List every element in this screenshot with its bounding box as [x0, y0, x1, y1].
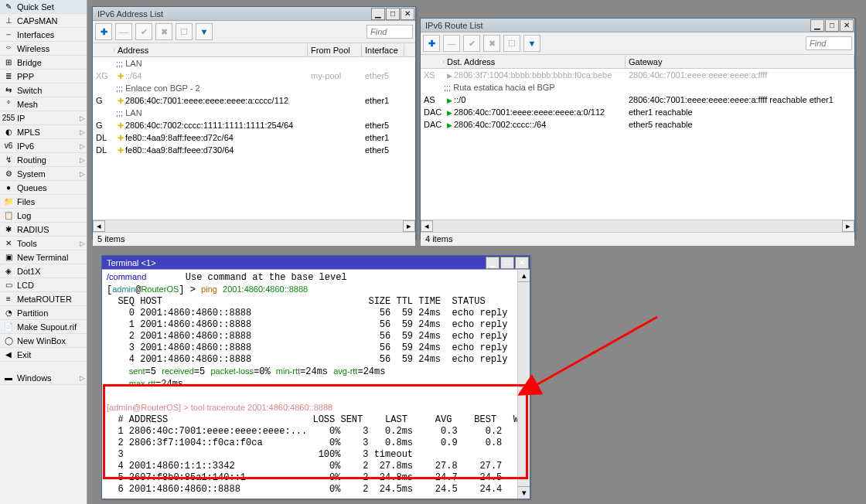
address-row[interactable]: G✚2806:40c:7001:eeee:eeee:eeee:a:cccc/11…	[93, 94, 415, 107]
route-row[interactable]: XS▶2806:3f7:1004:bbbb:bbbb:bbbb:f0ca:beb…	[421, 69, 854, 81]
minimize-button[interactable]: ▁	[810, 19, 824, 32]
col-address[interactable]: Address	[114, 44, 308, 56]
sidebar-label: Quick Set	[17, 2, 54, 12]
menu-icon: ◀	[3, 349, 14, 360]
sidebar-item-new-terminal[interactable]: ▣New Terminal	[0, 250, 87, 264]
sidebar-item-dot1x[interactable]: ◈Dot1X	[0, 264, 87, 278]
maximize-button[interactable]: □	[386, 8, 400, 20]
sidebar-item-exit[interactable]: ◀Exit	[0, 348, 87, 362]
sidebar-item-lcd[interactable]: ▭LCD	[0, 278, 87, 292]
sidebar-label: Log	[17, 211, 31, 220]
maximize-button[interactable]: □	[500, 257, 514, 269]
sidebar-item-tools[interactable]: ✕Tools▷	[0, 237, 87, 250]
sidebar-item-mpls[interactable]: ◐MPLS▷	[0, 125, 87, 139]
close-button[interactable]: ✕	[840, 19, 854, 32]
h-scrollbar[interactable]: ◂ ▸	[93, 220, 415, 232]
menu-icon: ◔	[3, 308, 14, 318]
enable-button[interactable]: ✔	[463, 35, 480, 52]
col-gw[interactable]: Gateway	[626, 56, 854, 68]
address-row[interactable]: XG✚::/64my-poolether5	[93, 70, 415, 82]
sidebar-item-queues[interactable]: ●Queues	[0, 181, 87, 195]
disable-button[interactable]: ✖	[483, 35, 500, 52]
sidebar-item-routing[interactable]: ↯Routing▷	[0, 153, 87, 167]
sidebar-item-files[interactable]: 📁Files	[0, 195, 87, 209]
address-row[interactable]: DL✚fe80::4aa9:8aff:feee:d730/64ether5	[93, 144, 415, 156]
menu-icon: ↯	[3, 155, 14, 165]
sidebar-item-make-supout.rif[interactable]: 📄Make Supout.rif	[0, 320, 87, 334]
sidebar-label: System	[17, 169, 46, 179]
menu-icon: ▭	[3, 280, 14, 291]
menu-icon: ≣	[3, 71, 14, 82]
enable-button[interactable]: ✔	[135, 23, 152, 40]
close-button[interactable]: ✕	[401, 8, 414, 20]
statusbar: 5 items	[93, 232, 415, 246]
route-row[interactable]: DAC▶2806:40c:7002:cccc::/64ether5 reacha…	[421, 118, 854, 131]
sidebar-item-metarouter[interactable]: ≡MetaROUTER	[0, 292, 87, 306]
address-row[interactable]: G✚2806:40c:7002:cccc:1111:1111:1111:254/…	[93, 119, 415, 131]
sidebar-item-interfaces[interactable]: ⎓Interfaces	[0, 28, 87, 42]
titlebar[interactable]: IPv6 Route List ▁ □ ✕	[421, 19, 854, 32]
filter-button[interactable]: ▼	[523, 35, 540, 52]
sidebar-item-bridge[interactable]: ⊞Bridge	[0, 56, 87, 70]
sidebar-item-wireless[interactable]: ⌔Wireless	[0, 42, 87, 56]
minimize-button[interactable]: ▁	[486, 257, 499, 269]
comment-row: ;;; LAN	[93, 57, 415, 70]
sidebar-item-ppp[interactable]: ≣PPP	[0, 70, 87, 83]
address-table-body: ;;; LANXG✚::/64my-poolether5;;; Enlace c…	[93, 57, 415, 220]
remove-button[interactable]: —	[443, 35, 460, 52]
col-pool[interactable]: From Pool	[308, 44, 362, 56]
h-scrollbar[interactable]: ◂ ▸	[421, 220, 854, 232]
sidebar-item-new-winbox[interactable]: ◯New WinBox	[0, 334, 87, 348]
menu-icon: ◯	[3, 335, 14, 346]
sidebar-item-ip[interactable]: 255IP▷	[0, 111, 87, 125]
arrow-annotation	[518, 309, 673, 402]
disable-button[interactable]: ✖	[155, 23, 172, 40]
sidebar-item-mesh[interactable]: °Mesh	[0, 97, 87, 111]
route-row[interactable]: AS▶::/02806:40c:7001:eeee:eeee:eeee:a:ff…	[421, 94, 854, 106]
sidebar-windows[interactable]: ▬ Windows ▷	[0, 371, 87, 385]
comment-button[interactable]: ☐	[176, 23, 193, 40]
sidebar-item-log[interactable]: 📋Log	[0, 209, 87, 223]
route-row[interactable]: DAC▶2806:40c:7001:eeee:eeee:eeee:a:0/112…	[421, 106, 854, 118]
sidebar-label: Partition	[17, 308, 48, 318]
filter-button[interactable]: ▼	[196, 23, 213, 40]
add-button[interactable]: ✚	[423, 35, 440, 52]
address-row[interactable]: DL✚fe80::4aa9:8aff:feee:d72c/64ether1	[93, 131, 415, 144]
scroll-left[interactable]: ◂	[93, 220, 105, 232]
maximize-button[interactable]: □	[825, 19, 839, 32]
find-input[interactable]	[367, 25, 413, 39]
sidebar-item-quick-set[interactable]: ✎Quick Set	[0, 0, 87, 14]
table-header: Dst. Address Gateway	[421, 55, 854, 69]
sidebar-label: Routing	[17, 155, 46, 165]
titlebar[interactable]: Terminal <1> ▁ □ ✕	[102, 256, 530, 270]
remove-button[interactable]: —	[115, 23, 132, 40]
comment-row: ;;; Ruta estatica hacia el BGP	[421, 81, 854, 94]
menu-icon: ●	[3, 182, 14, 193]
addr-icon: ✚	[118, 134, 124, 142]
scroll-left[interactable]: ◂	[421, 220, 433, 232]
add-button[interactable]: ✚	[95, 23, 112, 40]
sidebar-label: Make Supout.rif	[17, 322, 77, 332]
sidebar-label: IPv6	[17, 141, 34, 151]
sidebar-item-ipv6[interactable]: v6IPv6▷	[0, 139, 87, 153]
close-button[interactable]: ✕	[515, 257, 529, 269]
sidebar-item-switch[interactable]: ⇆Switch	[0, 83, 87, 97]
sidebar-item-radius[interactable]: ✱RADIUS	[0, 223, 87, 237]
menu-icon: ⌔	[3, 43, 14, 54]
sidebar-item-system[interactable]: ⚙System▷	[0, 167, 87, 181]
scroll-right[interactable]: ▸	[403, 220, 415, 232]
col-dst[interactable]: Dst. Address	[444, 56, 626, 68]
route-table-body: XS▶2806:3f7:1004:bbbb:bbbb:bbbb:f0ca:beb…	[421, 69, 854, 220]
sidebar-item-partition[interactable]: ◔Partition	[0, 306, 87, 320]
comment-button[interactable]: ☐	[503, 35, 520, 52]
sidebar-item-capsman[interactable]: ⊥CAPsMAN	[0, 14, 87, 28]
window-title: IPv6 Address List	[97, 9, 371, 19]
route-icon: ▶	[447, 72, 452, 80]
find-input[interactable]	[806, 36, 852, 50]
minimize-button[interactable]: ▁	[371, 8, 385, 20]
col-iface[interactable]: Interface	[362, 44, 404, 56]
sidebar-label: CAPsMAN	[17, 16, 58, 26]
sidebar-label: Wireless	[17, 44, 49, 53]
titlebar[interactable]: IPv6 Address List ▁ □ ✕	[93, 7, 415, 21]
scroll-right[interactable]: ▸	[842, 220, 854, 232]
